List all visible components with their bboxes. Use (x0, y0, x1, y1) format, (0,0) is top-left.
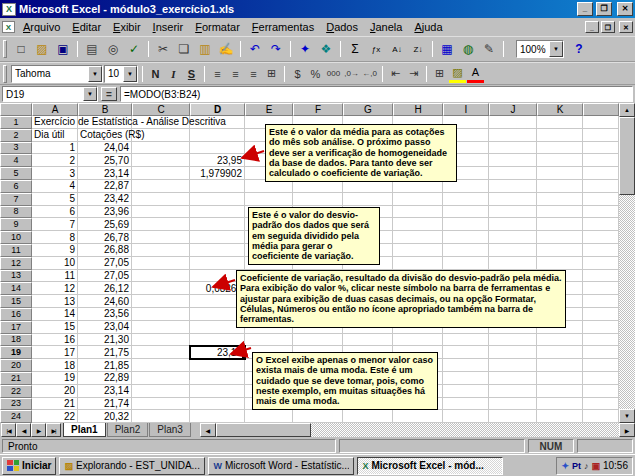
menu-ajuda[interactable]: Ajuda (408, 20, 448, 34)
column-header-D[interactable]: D (190, 103, 245, 116)
sheet-tab-plan3[interactable]: Plan3 (149, 423, 191, 437)
cell-C16[interactable] (132, 308, 190, 321)
cell-F6[interactable] (293, 180, 343, 193)
cell-G24[interactable] (343, 410, 393, 423)
cell-F17[interactable] (293, 321, 343, 334)
cell-B2[interactable]: Cotações (R$) (78, 129, 132, 142)
save-icon[interactable]: ▣ (53, 39, 73, 59)
cell-C23[interactable] (132, 398, 190, 411)
cell-D18[interactable] (190, 334, 245, 347)
cell-H5[interactable] (393, 167, 443, 180)
cell-J20[interactable] (489, 359, 537, 372)
cell-B19[interactable]: 21,75 (78, 346, 132, 359)
cell-K5[interactable] (537, 167, 583, 180)
cell-G18[interactable] (343, 334, 393, 347)
cell-G20[interactable] (343, 359, 393, 372)
cell-H14[interactable] (393, 282, 443, 295)
cell-L7[interactable] (583, 193, 619, 206)
cell-J14[interactable] (489, 282, 537, 295)
cell-G7[interactable] (343, 193, 393, 206)
cell-C12[interactable] (132, 257, 190, 270)
cell-D20[interactable] (190, 359, 245, 372)
cell-G16[interactable] (343, 308, 393, 321)
row-header-24[interactable]: 24 (0, 410, 32, 423)
cell-K14[interactable] (537, 282, 583, 295)
row-header-11[interactable]: 11 (0, 244, 32, 257)
cell-B24[interactable]: 20,32 (78, 410, 132, 423)
cell-E11[interactable] (245, 244, 293, 257)
menu-editar[interactable]: Editar (66, 20, 107, 34)
cell-I20[interactable] (443, 359, 489, 372)
cell-L2[interactable] (583, 129, 619, 142)
cell-H2[interactable] (393, 129, 443, 142)
cell-D10[interactable] (190, 231, 245, 244)
column-header-J[interactable]: J (489, 103, 537, 116)
keyboard-layout-indicator[interactable]: Pt (572, 461, 581, 471)
font-dropdown-icon[interactable]: ▼ (88, 66, 102, 82)
cell-I23[interactable] (443, 398, 489, 411)
cell-I19[interactable] (443, 346, 489, 359)
cell-I2[interactable] (443, 129, 489, 142)
italic-button[interactable]: I (165, 65, 182, 83)
column-header-I[interactable]: I (443, 103, 489, 116)
cell-I18[interactable] (443, 334, 489, 347)
cell-J19[interactable] (489, 346, 537, 359)
cell-L1[interactable] (583, 116, 619, 129)
cell-K6[interactable] (537, 180, 583, 193)
cell-C8[interactable] (132, 206, 190, 219)
cell-H12[interactable] (393, 257, 443, 270)
cell-G19[interactable] (343, 346, 393, 359)
cell-J6[interactable] (489, 180, 537, 193)
column-header-E[interactable]: E (245, 103, 293, 116)
cell-H22[interactable] (393, 385, 443, 398)
cell-G11[interactable] (343, 244, 393, 257)
workbook-close-button[interactable]: ✕ (619, 21, 633, 33)
menu-exibir[interactable]: Exibir (107, 20, 147, 34)
cell-F21[interactable] (293, 372, 343, 385)
sheet-tab-plan2[interactable]: Plan2 (107, 423, 149, 437)
cell-J16[interactable] (489, 308, 537, 321)
comma-style-icon[interactable]: 000 (325, 65, 342, 83)
cell-I16[interactable] (443, 308, 489, 321)
cell-C10[interactable] (132, 231, 190, 244)
cell-E22[interactable] (245, 385, 293, 398)
cell-B4[interactable]: 25,70 (78, 154, 132, 167)
cell-G2[interactable] (343, 129, 393, 142)
cell-E16[interactable] (245, 308, 293, 321)
align-right-icon[interactable]: ≡ (245, 65, 262, 83)
cell-E2[interactable] (245, 129, 293, 142)
underline-button[interactable]: S (183, 65, 200, 83)
cell-H17[interactable] (393, 321, 443, 334)
cell-A18[interactable]: 16 (32, 334, 78, 347)
cell-A6[interactable]: 4 (32, 180, 78, 193)
cell-G3[interactable] (343, 142, 393, 155)
cell-F14[interactable] (293, 282, 343, 295)
cell-G15[interactable] (343, 295, 393, 308)
cell-I13[interactable] (443, 270, 489, 283)
toolbar-grip[interactable] (3, 40, 7, 58)
cell-A16[interactable]: 14 (32, 308, 78, 321)
cell-D6[interactable] (190, 180, 245, 193)
cell-F23[interactable] (293, 398, 343, 411)
font-name-combo[interactable]: Tahoma ▼ (11, 65, 103, 83)
cell-L8[interactable] (583, 206, 619, 219)
cell-D16[interactable] (190, 308, 245, 321)
cell-H8[interactable] (393, 206, 443, 219)
increase-indent-icon[interactable]: ⇥ (405, 65, 422, 83)
cell-A19[interactable]: 17 (32, 346, 78, 359)
cell-K1[interactable] (537, 116, 583, 129)
cell-E19[interactable] (245, 346, 293, 359)
cell-I4[interactable] (443, 154, 489, 167)
cell-I7[interactable] (443, 193, 489, 206)
cell-L17[interactable] (583, 321, 619, 334)
cell-C17[interactable] (132, 321, 190, 334)
cell-H24[interactable] (393, 410, 443, 423)
cell-K11[interactable] (537, 244, 583, 257)
cell-J9[interactable] (489, 218, 537, 231)
cell-J10[interactable] (489, 231, 537, 244)
cell-I1[interactable] (443, 116, 489, 129)
cell-K22[interactable] (537, 385, 583, 398)
cell-C13[interactable] (132, 270, 190, 283)
help-icon[interactable]: ? (569, 39, 589, 59)
sort-descending-icon[interactable]: Z↓ (408, 39, 428, 59)
